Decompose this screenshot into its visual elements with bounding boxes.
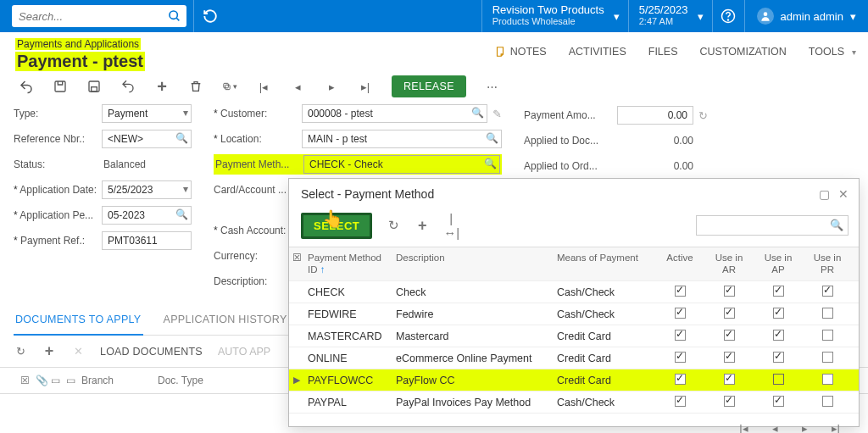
cell-description: PayPal Invoices Pay Method [392, 393, 554, 412]
refresh-icon[interactable] [193, 0, 225, 32]
cell-active [655, 326, 704, 347]
table-row[interactable]: ▶ PAYFLOWCC PayFlow CC Credit Card [289, 369, 859, 391]
pager-prev-icon[interactable]: ◂ [772, 422, 778, 433]
popup-refresh-icon[interactable]: ↻ [386, 218, 401, 233]
payment-method-table: ☒ Payment Method ID ↑ Description Means … [289, 247, 859, 414]
location-input[interactable] [302, 130, 502, 148]
application-period-label: Application Pe... [14, 209, 102, 221]
tenant-selector[interactable]: Revision Two Products Products Wholesale… [481, 0, 628, 32]
application-period-input[interactable] [102, 206, 192, 225]
reference-input[interactable] [102, 130, 192, 148]
help-icon[interactable] [712, 0, 744, 32]
col-active[interactable]: Active [655, 251, 704, 266]
customization-button[interactable]: CUSTOMIZATION [700, 46, 787, 58]
svg-line-1 [176, 18, 179, 20]
delete-icon[interactable] [188, 79, 203, 94]
notes-label: NOTES [510, 46, 547, 58]
back-icon[interactable] [19, 79, 34, 94]
payment-amount-label: Payment Amo... [524, 109, 617, 121]
status-label: Status: [14, 158, 102, 170]
applied-ord-label: Applied to Ord... [524, 160, 617, 172]
checkbox-icon [773, 286, 784, 297]
tab-documents-to-apply[interactable]: DOCUMENTS TO APPLY [14, 307, 143, 336]
breadcrumb[interactable]: Payments and Applications [15, 38, 141, 50]
cell-id: FEDWIRE [304, 305, 392, 324]
grid-delete-icon[interactable]: ✕ [71, 345, 85, 358]
maximize-icon[interactable]: ▢ [819, 187, 830, 201]
release-button[interactable]: RELEASE [392, 75, 466, 97]
chevron-down-icon: ▾ [614, 10, 620, 23]
col-means[interactable]: Means of Payment [554, 251, 655, 266]
row-indicator [289, 355, 304, 362]
payment-ref-input[interactable] [102, 231, 192, 250]
payment-method-input[interactable] [303, 155, 500, 174]
svg-point-3 [728, 19, 729, 20]
pager-first-icon[interactable]: |◂ [739, 422, 748, 433]
customer-input[interactable] [302, 104, 487, 123]
grid-refresh-icon[interactable]: ↻ [14, 345, 27, 358]
close-icon[interactable]: ✕ [838, 187, 849, 201]
last-icon[interactable]: ▸| [358, 79, 373, 94]
grid-add-icon[interactable]: + [42, 342, 56, 360]
col-use-ap[interactable]: Use in AP [754, 251, 803, 278]
search-icon: 🔍 [830, 219, 843, 231]
business-date[interactable]: 5/25/2023 2:47 AM ▾ [628, 0, 712, 32]
col-id[interactable]: Payment Method ID ↑ [304, 251, 392, 278]
applied-doc-label: Applied to Doc... [524, 135, 617, 147]
save-close-icon[interactable] [53, 79, 68, 94]
copy-icon[interactable]: ▾ [222, 79, 237, 94]
fit-columns-icon[interactable]: |↔| [443, 211, 459, 240]
refresh-small-icon[interactable]: ↻ [698, 109, 708, 122]
payment-amount-input[interactable] [617, 106, 693, 125]
popup-search-input[interactable] [696, 215, 849, 236]
activities-button[interactable]: ACTIVITIES [569, 46, 626, 58]
tab-application-history[interactable]: APPLICATION HISTORY [162, 307, 289, 335]
cell-active [655, 370, 704, 391]
table-header: ☒ Payment Method ID ↑ Description Means … [289, 247, 859, 281]
search-icon[interactable] [166, 8, 183, 25]
notes-button[interactable]: NOTES [494, 46, 547, 58]
first-icon[interactable]: |◂ [256, 79, 271, 94]
more-icon[interactable]: ⋯ [485, 79, 500, 94]
pager-next-icon[interactable]: ▸ [802, 422, 808, 433]
files-button[interactable]: FILES [648, 46, 678, 58]
cell-description: PayFlow CC [392, 371, 554, 390]
svg-point-4 [763, 12, 767, 16]
load-documents-button[interactable]: LOAD DOCUMENTS [100, 346, 203, 358]
select-button[interactable]: SELECT [301, 213, 372, 239]
customer-label: Customer: [214, 108, 302, 119]
checkbox-icon [724, 352, 735, 363]
cell-pr [803, 282, 852, 303]
col-use-pr[interactable]: Use in PR [803, 251, 852, 278]
payment-method-label: Payment Meth... [215, 158, 303, 170]
checkbox-icon [773, 352, 784, 363]
location-label: Location: [214, 133, 302, 145]
popup-add-icon[interactable]: + [415, 217, 430, 235]
col-use-ar[interactable]: Use in AR [704, 251, 754, 278]
type-select[interactable] [102, 104, 192, 123]
table-row[interactable]: ONLINE eCommerce Online Payment Credit C… [289, 347, 859, 369]
checkbox-icon [773, 374, 784, 385]
edit-pencil-icon[interactable]: ✎ [492, 108, 502, 120]
pager-last-icon[interactable]: ▸| [832, 422, 840, 433]
save-icon[interactable] [86, 79, 102, 94]
table-row[interactable]: CHECK Check Cash/Check [289, 281, 859, 303]
add-icon[interactable]: + [154, 79, 170, 94]
application-date-input[interactable] [102, 180, 192, 199]
undo-icon[interactable] [120, 79, 136, 94]
table-row[interactable]: PAYPAL PayPal Invoices Pay Method Cash/C… [289, 391, 859, 414]
payment-ref-label: Payment Ref.: [14, 235, 102, 247]
cell-id: PAYFLOWCC [304, 371, 392, 390]
table-row[interactable]: FEDWIRE Fedwire Cash/Check [289, 303, 859, 325]
global-search-input[interactable] [12, 5, 186, 27]
cell-means: Credit Card [554, 327, 655, 346]
cell-description: eCommerce Online Payment [392, 349, 554, 368]
user-menu[interactable]: admin admin ▾ [744, 0, 868, 32]
table-row[interactable]: MASTERCARD Mastercard Credit Card [289, 325, 859, 347]
cell-pr [803, 348, 852, 369]
tools-menu[interactable]: TOOLS [809, 46, 856, 58]
col-description[interactable]: Description [392, 251, 554, 266]
row-selector-header: ☒ [289, 251, 304, 266]
prev-icon[interactable]: ◂ [290, 79, 305, 94]
next-icon[interactable]: ▸ [324, 79, 339, 94]
